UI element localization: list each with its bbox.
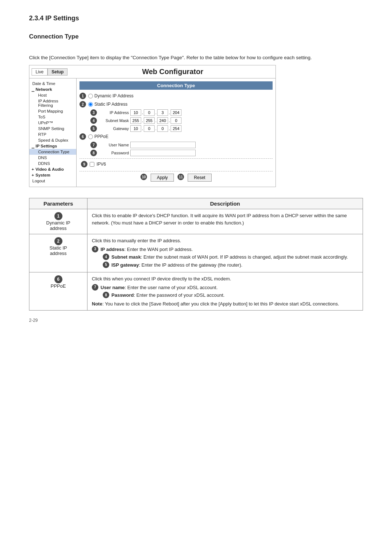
password-field-row: 8 Password [79,150,273,159]
gateway-label: Gateway [100,126,129,131]
dynamic-ip-radio[interactable] [88,94,93,98]
pppoe-note: Note: You have to click the [Save Reboot… [92,300,358,308]
page-number: 2-29 [29,318,363,323]
num-badge-6: 6 [79,133,86,140]
num-badge-2: 2 [79,101,86,108]
subnet-octet-4[interactable] [171,117,181,124]
intro-text: Click the [Connection Type] item to disp… [29,54,363,61]
gw-octet-1[interactable] [130,125,141,132]
row2-param-label: Static IPaddress [49,245,67,256]
plus-icon-video: + [32,167,34,171]
pppoe-label: PPPoE [94,134,109,139]
sidebar-item-network[interactable]: ⎯ Network [29,86,76,92]
sub-badge-3: 3 [92,246,98,252]
static-sub-5: 5 ISP gateway: Enter the IP address of t… [92,262,358,269]
desc-cell-3: Click this when you connect IP device di… [87,272,363,311]
ipv6-checkbox[interactable] [90,162,94,167]
num-badge-1: 1 [79,93,86,99]
ip-octet-2[interactable] [144,109,155,116]
connection-type-panel: Connection Type 1 Dynamic IP Address 2 S… [77,78,275,187]
description-table: Parameters Description 1 Dynamic IPaddre… [29,198,363,311]
minus-icon: ⎯ [32,87,34,92]
gw-octet-4[interactable] [171,125,181,132]
sidebar-item-upnp[interactable]: UPnP™ [29,120,76,126]
sidebar-item-rtp[interactable]: RTP [29,131,76,137]
ipv6-row: 9 IPV6 [79,161,273,167]
subnet-octet-2[interactable] [144,117,155,124]
sidebar-item-system[interactable]: + System [29,172,76,178]
plus-icon-system: + [32,173,34,177]
num-badge-8: 8 [90,150,97,156]
static-ip-radio[interactable] [88,102,93,107]
reset-button[interactable]: Reset [188,174,211,182]
col-param: Parameters [29,198,87,209]
button-row: 10 Apply 11 Reset [79,171,273,184]
ip-address-field-row: 3 IP Address . . . [79,109,273,116]
web-config-header: Live Setup Web Configurator [29,65,275,78]
sub-badge-8: 8 [103,292,109,298]
row1-num-badge: 1 [54,212,62,220]
num-badge-11: 11 [177,174,184,180]
sidebar-item-video-audio[interactable]: + Video & Audio [29,166,76,172]
table-row-3: 6 PPPoE Click this when you connect IP d… [29,272,363,311]
gw-octet-3[interactable] [157,125,168,132]
subnet-field-row: 4 Subnet Mask . . . [79,117,273,124]
sidebar-item-ip-settings[interactable]: ⎯ IP Settings [29,143,76,149]
sidebar-item-speed[interactable]: Speed & Duplex [29,137,76,143]
pppoe-sub-7: 7 User name: Enter the user name of your… [92,284,358,291]
dynamic-ip-row: 1 Dynamic IP Address [79,93,273,99]
pppoe-row: 6 PPPoE [79,133,273,140]
sub-badge-7: 7 [92,284,98,291]
gw-octet-2[interactable] [144,125,155,132]
ip-octet-3[interactable] [157,109,168,116]
username-label: User Name [100,143,129,147]
sub-badge-4: 4 [103,254,109,260]
sidebar-item-logout[interactable]: Logout [29,178,76,184]
gateway-field-row: 5 Gateway . . . [79,125,273,132]
num-badge-9: 9 [81,161,87,167]
sidebar-item-connection-type[interactable]: Connection Type [29,149,76,155]
row2-num-badge: 2 [54,237,62,245]
sidebar-item-datetime[interactable]: Date & Time [29,81,76,86]
desc-cell-1: Click this to enable IP device's DHCP fu… [87,209,363,234]
ip-octet-4[interactable] [171,109,181,116]
sidebar-item-port-mapping[interactable]: Port Mapping [29,108,76,114]
ip-octet-1[interactable] [130,109,141,116]
sidebar-item-tos[interactable]: ToS [29,114,76,120]
param-cell-3: 6 PPPoE [29,272,87,311]
tab-live[interactable]: Live [32,68,48,76]
sidebar-item-host[interactable]: Host [29,92,76,98]
username-field-row: 7 User Name [79,142,273,148]
static-ip-row: 2 Static IP Address [79,101,273,108]
num-badge-10: 10 [140,174,147,180]
sidebar-item-snmp[interactable]: SNMP Setting [29,126,76,131]
pppoe-sub-8: 8 Password: Enter the password of your x… [92,292,358,299]
row3-num-badge: 6 [54,275,62,283]
row1-param-label: Dynamic IPaddress [46,220,70,231]
num-badge-5: 5 [90,125,97,132]
minus-icon-ip: ⎯ [32,144,34,148]
num-badge-4: 4 [90,117,97,124]
dynamic-ip-label: Dynamic IP Address [94,93,134,98]
sidebar: Date & Time ⎯ Network Host IP Address Fi… [29,78,77,187]
sidebar-item-ip-filtering[interactable]: IP Address Filtering [29,98,76,108]
static-sub-3: 3 IP address: Enter the WAN port IP addr… [92,246,358,253]
static-sub-4: 4 Subnet mask: Enter the subnet mask of … [92,254,358,261]
password-input[interactable] [130,150,196,156]
subnet-octet-1[interactable] [130,117,141,124]
pppoe-radio[interactable] [88,134,93,139]
row3-param-label: PPPoE [51,283,66,289]
username-input[interactable] [130,142,196,148]
web-config-title: Web Configurator [70,65,275,78]
subnet-label: Subnet Mask [100,118,129,123]
sidebar-item-ddns[interactable]: DDNS [29,161,76,166]
desc-cell-2: Click this to manually enter the IP addr… [87,234,363,272]
password-label: Password [100,151,129,155]
tab-setup[interactable]: Setup [48,68,68,76]
sidebar-item-dns[interactable]: DNS [29,155,76,161]
num-badge-7: 7 [90,142,97,148]
param-cell-2: 2 Static IPaddress [29,234,87,272]
apply-button[interactable]: Apply [151,174,174,182]
subnet-octet-3[interactable] [157,117,168,124]
num-badge-3: 3 [90,109,97,116]
